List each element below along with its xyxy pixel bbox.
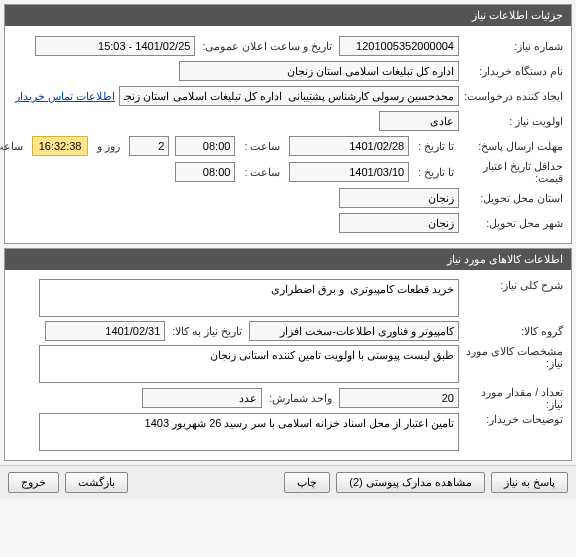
- footer-toolbar: پاسخ به نیاز مشاهده مدارک پیوستی (2) چاپ…: [0, 465, 576, 499]
- buyer-label: نام دستگاه خریدار:: [463, 65, 563, 77]
- requester-label: ایجاد کننده درخواست:: [463, 90, 563, 102]
- buyer-contact-link[interactable]: اطلاعات تماس خریدار: [15, 90, 115, 102]
- delivery-province-label: استان محل تحویل:: [463, 192, 563, 204]
- need-number-label: شماره نیاز:: [463, 40, 563, 52]
- deadline-reply-label: مهلت ارسال پاسخ:: [463, 140, 563, 152]
- time-label-1: ساعت :: [241, 140, 283, 152]
- announce-field: [35, 36, 195, 56]
- buyer-note-field: [39, 413, 459, 451]
- group-field: [249, 321, 459, 341]
- goods-panel-header: اطلاعات کالاهای مورد نیاز: [5, 249, 571, 270]
- spec-label: مشخصات کالای مورد نیاز:: [463, 345, 563, 369]
- reply-button[interactable]: پاسخ به نیاز: [491, 472, 568, 493]
- attachments-button[interactable]: مشاهده مدارک پیوستی (2): [336, 472, 485, 493]
- min-validity-time: [175, 162, 235, 182]
- delivery-city-field: [339, 213, 459, 233]
- spec-field: [39, 345, 459, 383]
- deadline-reply-time: [175, 136, 235, 156]
- need-date-field: [45, 321, 165, 341]
- remain-days: [129, 136, 169, 156]
- need-number-field: [339, 36, 459, 56]
- buyer-field: [179, 61, 459, 81]
- deadline-reply-date: [289, 136, 409, 156]
- group-label: گروه کالا:: [463, 325, 563, 337]
- delivery-city-label: شهر محل تحویل:: [463, 217, 563, 229]
- delivery-province-field: [339, 188, 459, 208]
- back-button[interactable]: بازگشت: [65, 472, 128, 493]
- footer-spacer: [134, 472, 278, 493]
- remain-suffix: ساعت باقی مانده: [0, 140, 26, 152]
- min-validity-date: [289, 162, 409, 182]
- need-panel-header: جزئیات اطلاعات نیاز: [5, 5, 571, 26]
- goods-panel-body: شرح کلی نیاز: گروه کالا: تاریخ نیاز به ک…: [5, 270, 571, 460]
- remain-time-badge: 16:32:38: [32, 136, 89, 156]
- remain-days-label: روز و: [94, 140, 123, 152]
- summary-label: شرح کلی نیاز:: [463, 279, 563, 291]
- qty-label: تعداد / مقدار مورد نیاز:: [463, 386, 563, 410]
- requester-field: [119, 86, 459, 106]
- min-validity-label: حداقل تاریخ اعتبار قیمت:: [463, 160, 563, 184]
- unit-field: [142, 388, 262, 408]
- time-label-2: ساعت :: [241, 166, 283, 178]
- goods-panel: اطلاعات کالاهای مورد نیاز شرح کلی نیاز: …: [4, 248, 572, 461]
- to-date-label-1: تا تاریخ :: [415, 140, 457, 152]
- exit-button[interactable]: خروج: [8, 472, 59, 493]
- qty-field: [339, 388, 459, 408]
- buyer-note-label: توضیحات خریدار:: [463, 413, 563, 425]
- to-date-label-2: تا تاریخ :: [415, 166, 457, 178]
- print-button[interactable]: چاپ: [284, 472, 330, 493]
- summary-field: [39, 279, 459, 317]
- need-panel-body: شماره نیاز: تاریخ و ساعت اعلان عمومی: نا…: [5, 26, 571, 243]
- announce-label: تاریخ و ساعت اعلان عمومی:: [199, 40, 335, 52]
- priority-field: [379, 111, 459, 131]
- need-details-panel: جزئیات اطلاعات نیاز شماره نیاز: تاریخ و …: [4, 4, 572, 244]
- priority-label: اولویت نیاز :: [463, 115, 563, 127]
- unit-label: واحد شمارش:: [266, 392, 335, 404]
- need-date-label: تاریخ نیاز به کالا:: [169, 325, 245, 337]
